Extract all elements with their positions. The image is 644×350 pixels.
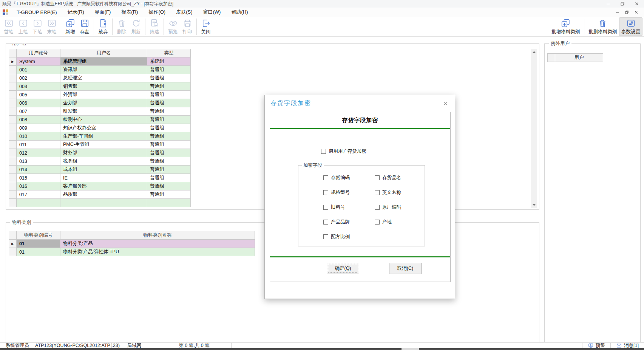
table-cell[interactable]: 002: [17, 74, 60, 82]
table-cell[interactable]: 01: [17, 240, 60, 248]
window-minimize-button[interactable]: [601, 0, 615, 8]
table-row[interactable]: 009知识产权办公室普通组: [9, 124, 191, 132]
table-cell[interactable]: 01: [17, 248, 60, 256]
menu-item-tgroup-erp[interactable]: T-GROUP ERP(E): [11, 8, 62, 17]
field-checkbox-oem-code[interactable]: 原厂编码: [375, 204, 426, 211]
table-cell[interactable]: 008: [17, 116, 60, 124]
message-button[interactable]: 消息[1]: [611, 342, 644, 349]
menu-item-operation[interactable]: 操作(O): [143, 8, 171, 17]
table-cell[interactable]: 007: [17, 107, 60, 116]
table-cell[interactable]: [147, 199, 191, 207]
table-row[interactable]: 001资讯部普通组: [9, 66, 191, 74]
menu-item-record[interactable]: 记录(R): [62, 8, 90, 17]
column-header-category-code[interactable]: 物料类别编号: [17, 231, 60, 240]
table-cell[interactable]: IE: [60, 174, 147, 182]
table-cell[interactable]: 税务组: [60, 157, 147, 166]
checkbox-icon[interactable]: [323, 234, 328, 239]
enable-user-inventory-encryption-checkbox[interactable]: 启用用户存货加密: [321, 148, 366, 155]
table-cell[interactable]: 005: [17, 91, 60, 99]
table-row[interactable]: 012财务部普通组: [9, 149, 191, 157]
table-row[interactable]: 010生产部-车间组普通组: [9, 132, 191, 141]
table-cell[interactable]: 普通组: [147, 66, 191, 74]
toolbar-delete-button[interactable]: 删除: [114, 17, 129, 36]
table-cell[interactable]: 012: [17, 149, 60, 157]
field-checkbox-origin[interactable]: 产地: [375, 219, 426, 225]
table-cell[interactable]: 生产部-车间组: [60, 132, 147, 141]
table-cell[interactable]: 普通组: [147, 116, 191, 124]
mdi-minimize-button[interactable]: [616, 11, 619, 14]
table-cell[interactable]: 物料分类:产品:弹性体:TPU: [60, 248, 255, 256]
table-cell[interactable]: 016: [17, 182, 60, 190]
table-cell[interactable]: 普通组: [147, 174, 191, 182]
toolbar-save-button[interactable]: 存盘: [77, 17, 92, 36]
table-cell[interactable]: 系统组: [147, 57, 191, 66]
table-row[interactable]: 006企划部普通组: [9, 99, 191, 107]
column-header-category-name[interactable]: 物料类别名称: [60, 231, 255, 240]
checkbox-icon[interactable]: [375, 175, 380, 180]
field-checkbox-old-part-no[interactable]: 旧料号: [323, 204, 375, 211]
table-cell[interactable]: [17, 199, 60, 207]
table-cell[interactable]: 企划部: [60, 99, 147, 107]
mdi-close-button[interactable]: [635, 11, 638, 14]
toolbar-add-button[interactable]: 新增: [63, 17, 77, 36]
menu-item-skin[interactable]: 皮肤(S): [171, 8, 198, 17]
checkbox-icon[interactable]: [321, 149, 326, 154]
toolbar-settings-button[interactable]: 参数设置: [619, 17, 642, 36]
toolbar-batch-delete-category-button[interactable]: 批删物料类别: [586, 17, 619, 36]
field-checkbox-inventory-name[interactable]: 存货品名: [375, 175, 426, 181]
cancel-button[interactable]: 取消(C): [389, 263, 422, 274]
menu-item-interface[interactable]: 界面(F): [90, 8, 116, 17]
toolbar-batch-add-category-button[interactable]: 批增物料类别: [549, 17, 582, 36]
field-checkbox-product-brand[interactable]: 产品品牌: [323, 219, 375, 225]
table-row[interactable]: 003销售部普通组: [9, 82, 191, 91]
table-cell[interactable]: 普通组: [147, 91, 191, 99]
table-row[interactable]: 007研发部普通组: [9, 107, 191, 116]
table-cell[interactable]: 013: [17, 157, 60, 166]
table-row[interactable]: ▶System系统管理组系统组: [9, 57, 191, 66]
table-cell[interactable]: 普通组: [147, 166, 191, 174]
column-header-type[interactable]: 类型: [147, 49, 191, 57]
table-cell[interactable]: 普通组: [147, 107, 191, 116]
table-row[interactable]: 014成本组普通组: [9, 166, 191, 174]
vertical-scrollbar[interactable]: [531, 49, 537, 208]
table-cell[interactable]: 知识产权办公室: [60, 124, 147, 132]
toolbar-first-record-button[interactable]: 首笔: [2, 17, 16, 36]
field-checkbox-inventory-code[interactable]: 存货编码: [323, 175, 375, 181]
table-cell[interactable]: 品质部: [60, 190, 147, 199]
table-row[interactable]: 015IE普通组: [9, 174, 191, 182]
scroll-up-button[interactable]: [531, 49, 537, 55]
table-cell[interactable]: 普通组: [147, 132, 191, 141]
field-checkbox-english-name[interactable]: 英文名称: [375, 189, 426, 196]
table-cell[interactable]: 研发部: [60, 107, 147, 116]
toolbar-last-record-button[interactable]: 末笔: [45, 17, 59, 36]
table-cell[interactable]: 010: [17, 132, 60, 141]
checkbox-icon[interactable]: [323, 205, 328, 210]
table-row[interactable]: 016客户服务部普通组: [9, 182, 191, 190]
toolbar-close-button[interactable]: 关闭: [199, 17, 213, 36]
table-row[interactable]: 017品质部普通组: [9, 190, 191, 199]
table-row[interactable]: 008检测中心普通组: [9, 116, 191, 124]
table-cell[interactable]: 003: [17, 82, 60, 91]
table-cell[interactable]: 资讯部: [60, 66, 147, 74]
table-cell[interactable]: 外贸部: [60, 91, 147, 99]
table-cell[interactable]: 普通组: [147, 182, 191, 190]
column-header-user[interactable]: 用户: [555, 54, 603, 62]
toolbar-discard-button[interactable]: 放弃: [96, 17, 110, 36]
table-cell[interactable]: 014: [17, 166, 60, 174]
ok-button[interactable]: 确定(Q): [327, 263, 359, 274]
table-cell[interactable]: 001: [17, 66, 60, 74]
table-cell[interactable]: 检测中心: [60, 116, 147, 124]
checkbox-icon[interactable]: [323, 190, 328, 195]
field-checkbox-formula-ratio[interactable]: 配方比例: [323, 234, 375, 240]
table-cell[interactable]: 客户服务部: [60, 182, 147, 190]
table-cell[interactable]: 普通组: [147, 124, 191, 132]
table-cell[interactable]: 普通组: [147, 190, 191, 199]
toolbar-refresh-button[interactable]: 刷新: [129, 17, 143, 36]
menu-item-report[interactable]: 报表(R): [116, 8, 143, 17]
table-cell[interactable]: 普通组: [147, 141, 191, 149]
table-row[interactable]: 011PMC-生管组普通组: [9, 141, 191, 149]
mdi-restore-button[interactable]: [625, 11, 629, 14]
window-close-button[interactable]: [630, 0, 644, 8]
menu-item-help[interactable]: 帮助(H): [226, 8, 253, 17]
table-cell[interactable]: 普通组: [147, 99, 191, 107]
